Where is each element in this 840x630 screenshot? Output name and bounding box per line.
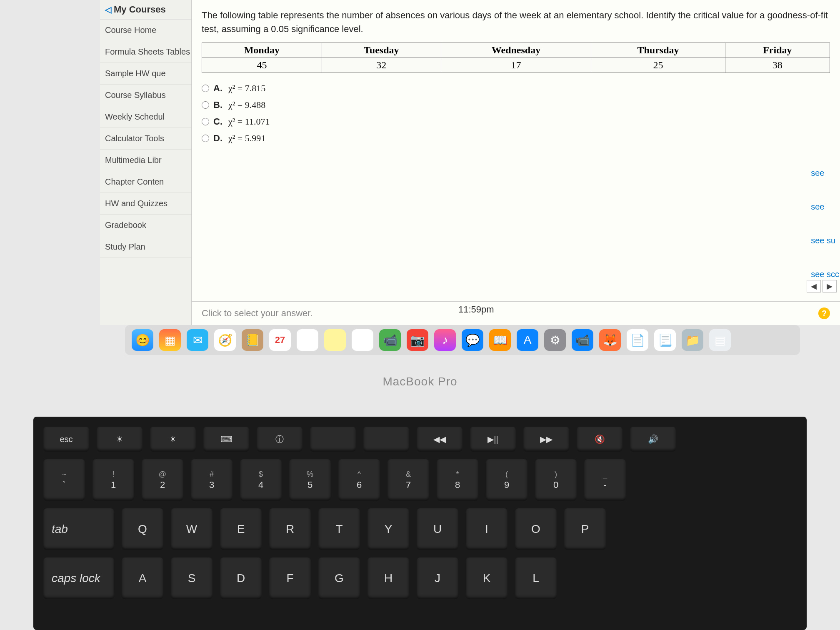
key-6: ^6 bbox=[338, 459, 380, 501]
key--: _- bbox=[584, 459, 626, 501]
option-letter: D. bbox=[213, 133, 222, 144]
zoom-icon[interactable]: 📹 bbox=[572, 329, 593, 351]
key-t: T bbox=[318, 508, 360, 550]
safari-icon[interactable]: 🧭 bbox=[214, 329, 236, 351]
key-1: !1 bbox=[92, 459, 134, 501]
photobooth-icon[interactable]: 📷 bbox=[407, 329, 428, 351]
notes-icon[interactable] bbox=[324, 329, 346, 351]
table-header: Thursday bbox=[591, 43, 725, 58]
option-expression: χ² = 9.488 bbox=[228, 100, 265, 110]
mail-icon[interactable]: ✉ bbox=[187, 329, 208, 351]
key-w: W bbox=[171, 508, 212, 550]
option-a-radio[interactable] bbox=[202, 85, 209, 92]
next-question-button[interactable]: ▶ bbox=[822, 280, 837, 292]
key-8: *8 bbox=[437, 459, 478, 501]
right-edge-links: see see see su see scc bbox=[810, 167, 840, 281]
sidebar-item-weekly-schedule[interactable]: Weekly Schedul bbox=[100, 106, 191, 128]
key-p: P bbox=[564, 508, 606, 550]
back-arrow-icon[interactable]: ◁ bbox=[105, 5, 111, 15]
key-o: O bbox=[515, 508, 557, 550]
option-c[interactable]: C. χ² = 11.071 bbox=[202, 116, 830, 127]
option-d[interactable]: D. χ² = 5.991 bbox=[202, 133, 830, 144]
key-u: U bbox=[417, 508, 458, 550]
key-esc: esc bbox=[43, 427, 89, 452]
sidebar-title: My Courses bbox=[114, 4, 166, 15]
key-g: G bbox=[318, 558, 360, 599]
sidebar-header[interactable]: ◁ My Courses bbox=[100, 0, 191, 20]
sidebar-item-multimedia-library[interactable]: Multimedia Libr bbox=[100, 150, 191, 171]
option-letter: B. bbox=[213, 100, 222, 110]
option-a[interactable]: A. χ² = 7.815 bbox=[202, 83, 830, 94]
settings-icon[interactable]: ⚙ bbox=[544, 329, 566, 351]
key-e: E bbox=[220, 508, 262, 550]
contacts-icon[interactable]: 📒 bbox=[242, 329, 263, 351]
key-🔇: 🔇 bbox=[577, 427, 622, 452]
document-icon[interactable]: 📃 bbox=[654, 329, 676, 351]
option-d-radio[interactable] bbox=[202, 135, 209, 142]
firefox-icon[interactable]: 🦊 bbox=[599, 329, 621, 351]
edge-link[interactable]: see bbox=[810, 200, 840, 213]
key-d: D bbox=[220, 558, 262, 599]
messages-icon[interactable]: 💬 bbox=[462, 329, 483, 351]
key-▶▶: ▶▶ bbox=[523, 427, 569, 452]
prev-question-button[interactable]: ◀ bbox=[807, 280, 821, 292]
help-icon[interactable]: ? bbox=[818, 308, 830, 319]
due-time: 11:59pm bbox=[458, 304, 494, 315]
key-s: S bbox=[171, 558, 212, 599]
question-text: The following table represents the numbe… bbox=[192, 0, 840, 41]
option-letter: C. bbox=[213, 116, 222, 127]
key-3: #3 bbox=[191, 459, 232, 501]
photos-icon[interactable]: ✿ bbox=[297, 329, 318, 351]
key-h: H bbox=[368, 558, 409, 599]
key-ⓘ: ⓘ bbox=[257, 427, 302, 452]
sidebar-item-gradebook[interactable]: Gradebook bbox=[100, 215, 191, 236]
sidebar-item-course-home[interactable]: Course Home bbox=[100, 20, 191, 41]
app-icon[interactable]: ▤ bbox=[709, 329, 731, 351]
sidebar-item-hw-quizzes[interactable]: HW and Quizzes bbox=[100, 193, 191, 215]
calendar-icon[interactable]: 27 bbox=[269, 329, 291, 351]
option-expression: χ² = 5.991 bbox=[228, 133, 265, 144]
music-icon[interactable]: ♪ bbox=[434, 329, 456, 351]
finder-icon[interactable]: 😊 bbox=[132, 329, 153, 351]
keyboard: esc☀☀⌨ⓘ◀◀▶||▶▶🔇🔊 ~`!1@2#3$4%5^6&7*8(9)0_… bbox=[33, 417, 807, 630]
key-☀: ☀ bbox=[97, 427, 142, 452]
books-icon[interactable]: 📖 bbox=[489, 329, 511, 351]
key-🔊: 🔊 bbox=[630, 427, 676, 452]
table-header: Friday bbox=[725, 43, 830, 58]
launchpad-icon[interactable]: ▦ bbox=[159, 329, 181, 351]
option-b-radio[interactable] bbox=[202, 101, 209, 109]
key-fn bbox=[310, 427, 356, 452]
sidebar-item-formula-sheets[interactable]: Formula Sheets Tables bbox=[100, 41, 191, 63]
key-4: $4 bbox=[240, 459, 282, 501]
edge-link[interactable]: see bbox=[810, 167, 840, 180]
question-nav: ◀ ▶ bbox=[807, 280, 837, 292]
option-letter: A. bbox=[213, 83, 222, 94]
key-▶||: ▶|| bbox=[470, 427, 516, 452]
table-header: Wednesday bbox=[441, 43, 591, 58]
appstore-icon[interactable]: A bbox=[517, 329, 538, 351]
sidebar-item-calculator-tools[interactable]: Calculator Tools bbox=[100, 128, 191, 150]
edge-link[interactable]: see scc bbox=[810, 268, 840, 281]
key-fn bbox=[363, 427, 409, 452]
key-☀: ☀ bbox=[150, 427, 196, 452]
facetime-icon[interactable]: 📹 bbox=[379, 329, 401, 351]
footer-bar: Click to select your answer. ? bbox=[192, 301, 840, 325]
key-9: (9 bbox=[486, 459, 528, 501]
textedit-icon[interactable]: 📄 bbox=[627, 329, 648, 351]
sidebar-item-course-syllabus[interactable]: Course Syllabus bbox=[100, 85, 191, 106]
sidebar-item-sample-hw[interactable]: Sample HW que bbox=[100, 63, 191, 85]
key-⌨: ⌨ bbox=[203, 427, 249, 452]
reminders-icon[interactable]: ≡ bbox=[352, 329, 373, 351]
sidebar-item-study-plan[interactable]: Study Plan bbox=[100, 236, 191, 258]
folder-icon[interactable]: 📁 bbox=[682, 329, 703, 351]
option-c-radio[interactable] bbox=[202, 118, 209, 125]
key-5: %5 bbox=[289, 459, 331, 501]
table-cell: 32 bbox=[322, 58, 441, 73]
answer-options: A. χ² = 7.815 B. χ² = 9.488 C. χ² = 11.0… bbox=[192, 80, 840, 147]
option-b[interactable]: B. χ² = 9.488 bbox=[202, 100, 830, 110]
key-f: F bbox=[269, 558, 311, 599]
key-`: ~` bbox=[43, 459, 85, 501]
sidebar-item-chapter-contents[interactable]: Chapter Conten bbox=[100, 171, 191, 193]
key-k: K bbox=[466, 558, 508, 599]
edge-link[interactable]: see su bbox=[810, 234, 840, 247]
